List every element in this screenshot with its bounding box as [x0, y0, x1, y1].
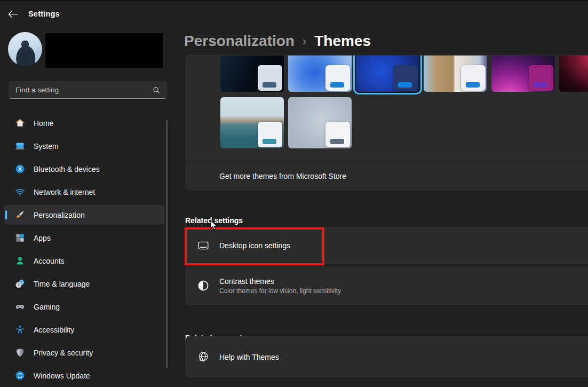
theme-thumbnail-windows-bloom-light[interactable] [288, 55, 352, 92]
sidebar-nav: HomeSystemBluetooth & devicesNetwork & i… [0, 112, 170, 387]
help-with-themes-row[interactable]: Help with Themes [186, 336, 588, 377]
settings-window: Settings HomeSystemBluetooth & devicesNe… [0, 0, 588, 387]
sidebar-scrollbar[interactable] [166, 120, 168, 368]
sidebar-item-label: Gaming [34, 303, 60, 311]
contrast-icon [197, 279, 210, 292]
breadcrumb-separator-icon: › [303, 34, 306, 49]
theme-preview-button [398, 82, 412, 88]
sidebar-item-label: Personalization [34, 211, 85, 219]
current-theme-card: Get more themes from Microsoft Store [186, 55, 588, 191]
globe-help-icon [197, 351, 210, 364]
accounts-icon [15, 256, 25, 266]
network-icon [15, 187, 25, 197]
theme-preview-card [393, 65, 418, 91]
sidebar-item-privacy-security[interactable]: Privacy & security [4, 343, 164, 362]
breadcrumb: Personalization › Themes [184, 33, 371, 50]
theme-thumbnail-mountain-lake[interactable] [220, 97, 284, 148]
sidebar-item-label: Apps [34, 234, 51, 242]
contrast-themes-label: Contrast themes [219, 277, 341, 286]
themes-grid [220, 55, 588, 148]
theme-thumbnail-beach-and-blossom[interactable] [424, 55, 487, 92]
gaming-icon [15, 302, 25, 312]
sidebar-item-label: Windows Update [34, 372, 90, 380]
sidebar-item-accessibility[interactable]: Accessibility [4, 320, 164, 339]
sidebar-item-bluetooth-devices[interactable]: Bluetooth & devices [4, 159, 164, 179]
sidebar-item-time-language[interactable]: Time & language [4, 274, 164, 294]
theme-preview-card [529, 65, 553, 91]
sidebar-item-label: Bluetooth & devices [34, 165, 100, 173]
search-box[interactable] [9, 81, 167, 99]
theme-thumbnail-pink-petals-dark[interactable] [559, 55, 588, 92]
theme-thumbnail-purple-glow-dark[interactable] [491, 55, 555, 92]
sidebar-item-home[interactable]: Home [4, 113, 164, 133]
home-icon [15, 118, 25, 128]
personalization-icon [15, 210, 25, 220]
contrast-themes-description: Color themes for low vision, light sensi… [219, 287, 341, 295]
sidebar-item-apps[interactable]: Apps [4, 228, 164, 248]
sidebar-item-windows-update[interactable]: Windows Update [4, 366, 164, 385]
back-arrow-icon [7, 10, 19, 19]
sidebar-item-label: Accessibility [34, 326, 74, 334]
theme-preview-card [258, 65, 282, 91]
sidebar-item-label: System [34, 142, 59, 151]
sidebar-item-label: Accounts [34, 257, 65, 265]
theme-preview-card [258, 122, 282, 147]
time-language-icon [15, 279, 25, 289]
theme-preview-button [263, 139, 276, 144]
system-icon [15, 141, 25, 151]
contrast-themes-row[interactable]: Contrast themes Color themes for low vis… [186, 266, 588, 305]
breadcrumb-parent[interactable]: Personalization [184, 33, 295, 50]
sidebar-item-system[interactable]: System [4, 136, 164, 156]
windows-update-icon [15, 370, 25, 381]
app-title: Settings [28, 10, 60, 18]
desktop-icon-settings-row[interactable]: Desktop icon settings [186, 227, 588, 264]
theme-preview-button [330, 82, 344, 88]
sidebar-item-label: Home [34, 119, 53, 128]
theme-preview-button [263, 82, 276, 88]
desktop-icon-settings-label: Desktop icon settings [219, 241, 290, 250]
search-icon [152, 86, 161, 94]
page-title: Themes [314, 33, 371, 50]
content-scroll-region: Get more themes from Microsoft Store Rel… [184, 53, 588, 387]
user-avatar [8, 32, 42, 66]
back-button[interactable] [5, 7, 21, 22]
get-more-themes-row[interactable]: Get more themes from Microsoft Store [186, 162, 588, 190]
get-more-themes-label: Get more themes from Microsoft Store [219, 172, 346, 180]
theme-thumbnail-silver-bloom[interactable] [288, 97, 352, 148]
theme-preview-button [466, 82, 480, 88]
theme-preview-button [534, 82, 547, 88]
theme-preview-card [325, 122, 350, 147]
related-settings-heading: Related settings [185, 216, 243, 225]
sidebar-item-label: Privacy & security [34, 349, 93, 357]
help-with-themes-label: Help with Themes [219, 353, 279, 361]
theme-preview-card [461, 65, 486, 91]
theme-thumbnail-windows-bloom-dark[interactable] [356, 55, 419, 92]
privacy-icon [15, 347, 25, 358]
theme-preview-button [330, 139, 344, 144]
sidebar-item-label: Time & language [34, 280, 90, 288]
sidebar-item-label: Network & internet [34, 188, 95, 196]
accessibility-icon [15, 325, 25, 335]
sidebar-item-network-internet[interactable]: Network & internet [4, 182, 164, 202]
theme-preview-card [325, 65, 350, 91]
search-input[interactable] [9, 86, 152, 94]
desktop-icon [197, 239, 210, 252]
sidebar-item-accounts[interactable]: Accounts [4, 251, 164, 271]
sidebar-item-gaming[interactable]: Gaming [4, 297, 164, 317]
sidebar-item-personalization[interactable]: Personalization [4, 205, 164, 225]
apps-icon [15, 233, 25, 243]
username-redacted-block [45, 33, 163, 68]
bluetooth-icon [15, 164, 25, 174]
theme-thumbnail-night-cliffs-dark[interactable] [220, 55, 284, 92]
